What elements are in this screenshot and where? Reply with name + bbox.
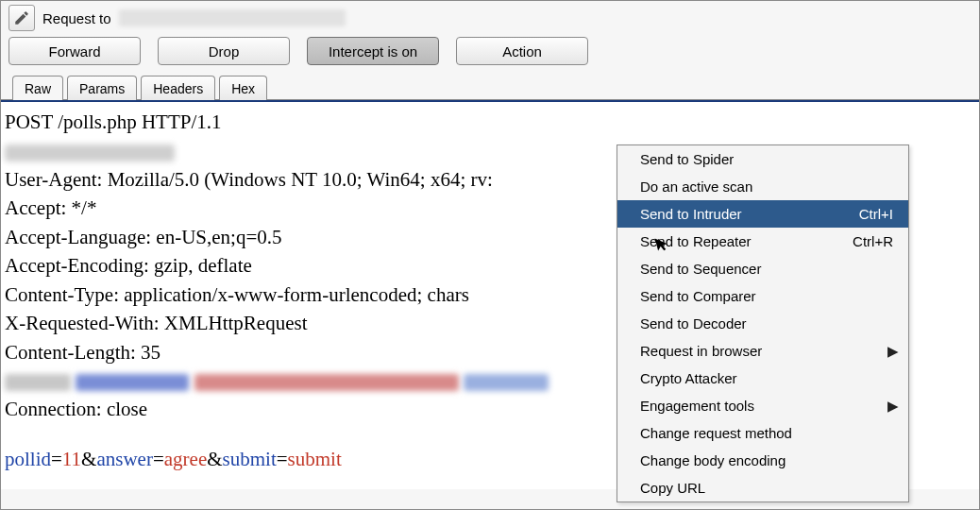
edit-icon-button[interactable] — [8, 5, 35, 31]
tab-params[interactable]: Params — [67, 76, 137, 100]
ctx-crypto-attacker[interactable]: Crypto Attacker — [617, 365, 908, 392]
ctx-send-to-intruder[interactable]: Send to IntruderCtrl+I — [617, 200, 908, 228]
ctx-item-shortcut: Ctrl+I — [859, 206, 893, 222]
ctx-item-label: Do an active scan — [640, 178, 752, 195]
user-agent-left: User-Agent: Mozilla/5.0 (Windows NT 10.0… — [5, 168, 493, 191]
target-host-redacted — [119, 9, 346, 26]
ctx-change-request-method[interactable]: Change request method — [617, 419, 908, 447]
ctx-item-label: Send to Decoder — [640, 315, 747, 332]
request-line: POST /polls.php HTTP/1.1 — [5, 108, 975, 136]
ctx-item-label: Request in browser — [640, 343, 762, 359]
view-tabs: Raw Params Headers Hex — [1, 75, 979, 99]
action-button-bar: Forward Drop Intercept is on Action — [1, 33, 979, 75]
chevron-right-icon: ▶ — [887, 398, 899, 415]
tab-hex[interactable]: Hex — [219, 76, 267, 100]
drop-button[interactable]: Drop — [158, 37, 290, 65]
ctx-item-label: Crypto Attacker — [640, 370, 737, 386]
ctx-send-to-decoder[interactable]: Send to Decoder — [617, 310, 908, 337]
context-menu: Send to SpiderDo an active scanSend to I… — [617, 144, 909, 502]
ctx-item-shortcut: Ctrl+R — [853, 233, 893, 249]
request-to-label: Request to — [42, 10, 111, 26]
ctx-copy-url[interactable]: Copy URL — [617, 474, 908, 502]
ctx-send-to-repeater[interactable]: Send to RepeaterCtrl+R — [617, 228, 908, 255]
ctx-item-label: Send to Intruder — [640, 206, 742, 222]
ctx-send-to-sequencer[interactable]: Send to Sequencer — [617, 255, 908, 282]
body-val-pollid: 11 — [62, 448, 81, 470]
ctx-item-label: Copy URL — [640, 480, 705, 496]
request-header-row: Request to — [1, 1, 979, 33]
ctx-request-in-browser[interactable]: Request in browser▶ — [617, 337, 908, 365]
ctx-item-label: Send to Repeater — [640, 233, 752, 249]
intercept-toggle-button[interactable]: Intercept is on — [307, 37, 439, 65]
body-val-answer: agree — [164, 448, 207, 470]
ctx-item-label: Send to Sequencer — [640, 261, 761, 277]
pencil-icon — [13, 9, 30, 26]
tab-raw[interactable]: Raw — [12, 76, 63, 100]
ctx-item-label: Send to Comparer — [640, 288, 756, 304]
chevron-right-icon: ▶ — [887, 343, 899, 360]
body-key-answer: answer — [96, 448, 152, 470]
body-key-pollid: pollid — [5, 448, 51, 470]
body-val-submit: submit — [288, 448, 342, 470]
ctx-engagement-tools[interactable]: Engagement tools▶ — [617, 392, 908, 419]
action-button[interactable]: Action — [456, 37, 588, 65]
ctx-send-to-spider[interactable]: Send to Spider — [617, 145, 908, 173]
forward-button[interactable]: Forward — [8, 37, 141, 65]
body-key-submit: submit — [223, 448, 277, 470]
ctx-change-body-encoding[interactable]: Change body encoding — [617, 447, 908, 474]
ctx-item-label: Engagement tools — [640, 398, 754, 414]
ctx-send-to-comparer[interactable]: Send to Comparer — [617, 282, 908, 310]
ctx-do-an-active-scan[interactable]: Do an active scan — [617, 173, 908, 200]
ctx-item-label: Send to Spider — [640, 151, 734, 167]
ctx-item-label: Change body encoding — [640, 452, 786, 468]
proxy-intercept-window: Request to Forward Drop Intercept is on … — [0, 0, 980, 510]
ctx-item-label: Change request method — [640, 425, 792, 441]
tab-headers[interactable]: Headers — [141, 76, 215, 100]
